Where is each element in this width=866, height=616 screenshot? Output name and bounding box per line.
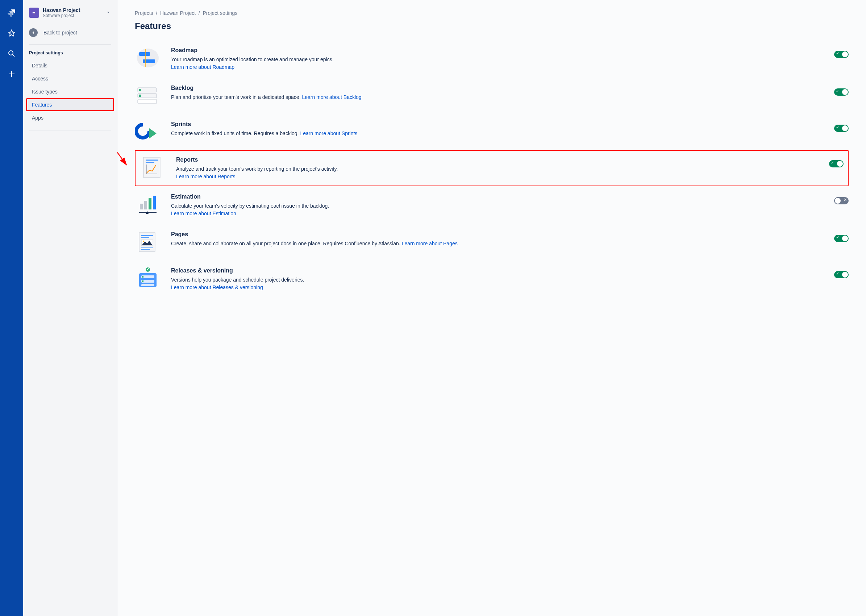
chevron-down-icon — [105, 9, 111, 16]
breadcrumb-project-settings[interactable]: Project settings — [203, 10, 238, 16]
svg-point-0 — [9, 51, 13, 55]
feature-toggle-roadmap[interactable] — [834, 51, 849, 58]
section-title: Project settings — [23, 50, 117, 59]
project-subtitle: Software project — [43, 13, 105, 18]
sidebar-item-access[interactable]: Access — [26, 72, 114, 85]
feature-title: Releases & versioning — [171, 267, 824, 274]
star-icon[interactable] — [6, 28, 17, 39]
feature-roadmap: Roadmap Your roadmap is an optimized loc… — [135, 40, 849, 77]
breadcrumb: Projects / Hazwan Project / Project sett… — [135, 10, 849, 16]
feature-toggle-estimation[interactable] — [834, 197, 849, 204]
svg-rect-6 — [139, 52, 150, 56]
svg-rect-22 — [153, 196, 156, 209]
feature-description: Your roadmap is an optimized location to… — [171, 57, 334, 62]
svg-rect-38 — [142, 280, 143, 282]
feature-title: Pages — [171, 231, 824, 238]
main-content: Projects / Hazwan Project / Project sett… — [117, 0, 866, 616]
feature-releases: Releases & versioning Versions help you … — [135, 260, 849, 298]
sidebar-item-features[interactable]: Features — [26, 98, 114, 111]
feature-reports: Reports Analyze and track your team's wo… — [140, 154, 844, 182]
project-switcher[interactable]: Hazwan Project Software project — [23, 7, 117, 25]
feature-learn-more-link[interactable]: Learn more about Pages — [402, 240, 457, 247]
feature-title: Roadmap — [171, 47, 824, 53]
jira-logo-icon[interactable] — [6, 7, 17, 19]
back-arrow-icon — [29, 28, 38, 37]
sidebar-item-label: Issue types — [32, 89, 58, 94]
feature-title: Backlog — [171, 85, 824, 91]
feature-toggle-releases[interactable] — [834, 271, 849, 278]
feature-description: Calculate your team's velocity by estima… — [171, 203, 329, 209]
feature-toggle-reports[interactable] — [829, 160, 844, 167]
page-title: Features — [135, 21, 849, 31]
feature-pages: Pages Create, share and collaborate on a… — [135, 224, 849, 260]
svg-rect-21 — [149, 198, 151, 209]
svg-point-5 — [137, 49, 159, 68]
svg-line-1 — [13, 55, 14, 57]
feature-sprints: Sprints Complete work in fixed units of … — [135, 114, 849, 150]
feature-learn-more-link[interactable]: Learn more about Sprints — [300, 130, 357, 136]
divider — [29, 44, 111, 45]
svg-rect-36 — [142, 276, 143, 278]
breadcrumb-projects[interactable]: Projects — [135, 10, 153, 16]
sidebar-item-label: Access — [32, 76, 48, 82]
search-icon[interactable] — [6, 48, 17, 60]
svg-rect-19 — [140, 204, 143, 209]
breadcrumb-project-name[interactable]: Hazwan Project — [160, 10, 196, 16]
svg-rect-12 — [139, 94, 141, 97]
sidebar-item-label: Details — [32, 63, 47, 69]
back-label: Back to project — [44, 30, 77, 36]
svg-rect-13 — [138, 99, 157, 104]
sidebar-item-apps[interactable]: Apps — [26, 111, 114, 124]
sidebar-item-label: Features — [32, 102, 52, 108]
sprints-icon — [135, 120, 161, 143]
feature-learn-more-link[interactable]: Learn more about Estimation — [171, 211, 236, 216]
feature-learn-more-link[interactable]: Learn more about Backlog — [302, 94, 361, 100]
project-name: Hazwan Project — [43, 7, 105, 13]
feature-title: Sprints — [171, 121, 824, 127]
sidebar-item-label: Apps — [32, 115, 44, 121]
reports-icon — [140, 156, 166, 179]
create-icon[interactable] — [6, 68, 17, 80]
feature-learn-more-link[interactable]: Learn more about Releases & versioning — [171, 284, 263, 290]
annotation-arrow-icon — [117, 118, 132, 172]
project-sidebar: Hazwan Project Software project Back to … — [23, 0, 117, 616]
pages-icon — [135, 231, 161, 254]
feature-estimation: Estimation Calculate your team's velocit… — [135, 186, 849, 224]
svg-rect-7 — [143, 60, 155, 63]
sidebar-item-issue-types[interactable]: Issue types — [26, 85, 114, 98]
roadmap-icon — [135, 46, 161, 69]
svg-rect-39 — [141, 284, 154, 286]
feature-toggle-pages[interactable] — [834, 235, 849, 242]
project-avatar-icon — [29, 8, 39, 18]
feature-learn-more-link[interactable]: Learn more about Reports — [176, 174, 235, 179]
feature-description: Complete work in fixed units of time. Re… — [171, 130, 299, 136]
highlight-annotation: Reports Analyze and track your team's wo… — [135, 150, 849, 186]
svg-rect-20 — [144, 201, 147, 209]
back-to-project-link[interactable]: Back to project — [23, 25, 117, 44]
feature-title: Estimation — [171, 193, 824, 200]
feature-description: Versions help you package and schedule p… — [171, 277, 304, 283]
divider — [29, 130, 111, 130]
feature-learn-more-link[interactable]: Learn more about Roadmap — [171, 64, 234, 70]
feature-description: Analyze and track your team's work by re… — [176, 166, 338, 172]
svg-line-4 — [117, 118, 126, 165]
sidebar-item-details[interactable]: Details — [26, 59, 114, 72]
releases-icon — [135, 267, 161, 290]
feature-description: Plan and prioritize your team's work in … — [171, 94, 301, 100]
feature-title: Reports — [176, 157, 819, 163]
backlog-icon — [135, 84, 161, 107]
feature-toggle-sprints[interactable] — [834, 125, 849, 132]
estimation-icon — [135, 193, 161, 216]
svg-rect-10 — [139, 89, 141, 91]
feature-description: Create, share and collaborate on all you… — [171, 240, 401, 247]
global-nav-rail — [0, 0, 23, 616]
feature-backlog: Backlog Plan and prioritize your team's … — [135, 77, 849, 114]
svg-point-30 — [143, 240, 144, 242]
feature-toggle-backlog[interactable] — [834, 88, 849, 96]
